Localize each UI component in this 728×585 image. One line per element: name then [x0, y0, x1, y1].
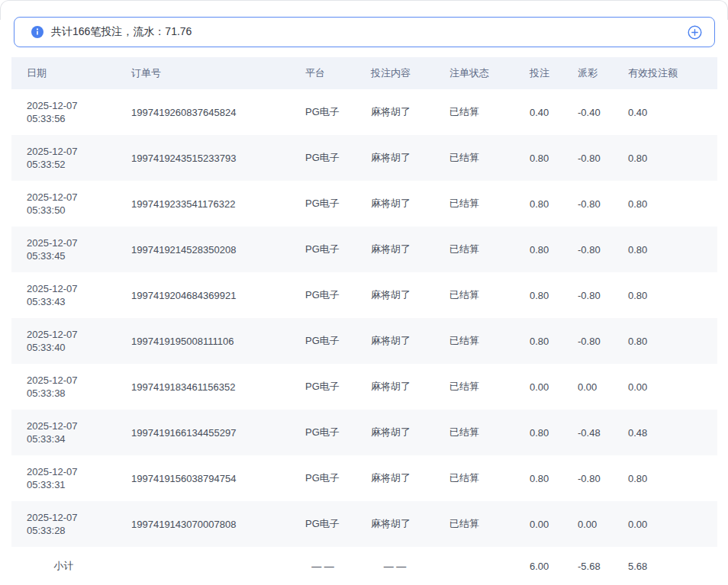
cell-bet: 0.00	[514, 364, 562, 410]
cell-valid: 0.80	[613, 181, 717, 227]
cell-status: 已结算	[434, 89, 514, 135]
time-value: 05:33:34	[27, 432, 113, 445]
cell-valid: 0.00	[613, 364, 717, 410]
cell-date: 2025-12-0705:33:28	[11, 501, 116, 547]
cell-payout: -0.48	[562, 410, 613, 455]
cell-date: 2025-12-0705:33:45	[11, 227, 116, 272]
column-header-bet: 投注	[514, 57, 562, 89]
cell-date: 2025-12-0705:33:38	[11, 364, 116, 410]
cell-status: 已结算	[434, 455, 514, 501]
cell-order: 1997419195008111106	[116, 318, 290, 364]
subtotal-cell-payout: -5.68	[562, 547, 613, 585]
cell-payout: 0.00	[562, 364, 613, 410]
subtotal-cell-valid: 5.68	[613, 547, 717, 585]
cell-content: 麻将胡了	[356, 410, 434, 455]
cell-status: 已结算	[434, 227, 514, 272]
summary-text: 共计166笔投注，流水：71.76	[51, 25, 192, 39]
cell-date: 2025-12-0705:33:34	[11, 410, 116, 455]
cell-bet: 0.80	[514, 227, 562, 272]
cell-bet: 0.80	[514, 455, 562, 501]
cell-order: 1997419214528350208	[116, 227, 290, 272]
cell-payout: -0.80	[562, 318, 613, 364]
plus-circle-icon[interactable]	[688, 25, 702, 40]
cell-platform: PG电子	[290, 181, 356, 227]
time-value: 05:33:38	[27, 387, 113, 400]
cell-platform: PG电子	[290, 364, 356, 410]
cell-bet: 0.80	[514, 181, 562, 227]
subtotal-cell-order	[116, 547, 290, 585]
summary-alert: 共计166笔投注，流水：71.76	[14, 17, 715, 47]
cell-order: 1997419143070007808	[116, 501, 290, 547]
cell-payout: 0.00	[562, 501, 613, 547]
cell-platform: PG电子	[290, 135, 356, 181]
column-header-content: 投注内容	[356, 57, 434, 89]
table-row: 2025-12-0705:33:431997419204684369921PG电…	[11, 272, 717, 318]
subtotal-cell-content: — —	[356, 547, 434, 585]
date-value: 2025-12-07	[27, 419, 113, 432]
table-row: 2025-12-0705:33:521997419243515233793PG电…	[11, 135, 717, 181]
cell-bet: 0.80	[514, 272, 562, 318]
cell-valid: 0.00	[613, 501, 717, 547]
time-value: 05:33:43	[27, 295, 113, 308]
cell-order: 1997419183461156352	[116, 364, 290, 410]
cell-date: 2025-12-0705:33:52	[11, 135, 116, 181]
cell-content: 麻将胡了	[356, 135, 434, 181]
date-value: 2025-12-07	[27, 374, 113, 387]
time-value: 05:33:40	[27, 341, 113, 354]
cell-order: 1997419166134455297	[116, 410, 290, 455]
cell-status: 已结算	[434, 410, 514, 455]
cell-bet: 0.00	[514, 501, 562, 547]
time-value: 05:33:45	[27, 249, 113, 262]
cell-date: 2025-12-0705:33:40	[11, 318, 116, 364]
cell-content: 麻将胡了	[356, 501, 434, 547]
cell-status: 已结算	[434, 135, 514, 181]
cell-content: 麻将胡了	[356, 455, 434, 501]
subtotal-cell-bet: 6.00	[514, 547, 562, 585]
cell-date: 2025-12-0705:33:31	[11, 455, 116, 501]
cell-platform: PG电子	[290, 227, 356, 272]
table-row: 2025-12-0705:33:311997419156038794754PG电…	[11, 455, 717, 501]
column-header-status: 注单状态	[434, 57, 514, 89]
table-row: 2025-12-0705:33:451997419214528350208PG电…	[11, 227, 717, 272]
info-circle-icon	[31, 26, 43, 38]
cell-date: 2025-12-0705:33:50	[11, 181, 116, 227]
cell-valid: 0.40	[613, 89, 717, 135]
cell-status: 已结算	[434, 501, 514, 547]
cell-platform: PG电子	[290, 455, 356, 501]
table-row: 2025-12-0705:33:401997419195008111106PG电…	[11, 318, 717, 364]
cell-date: 2025-12-0705:33:43	[11, 272, 116, 318]
cell-content: 麻将胡了	[356, 181, 434, 227]
cell-bet: 0.80	[514, 135, 562, 181]
table-row: 2025-12-0705:33:381997419183461156352PG电…	[11, 364, 717, 410]
time-value: 05:33:52	[27, 158, 113, 171]
date-value: 2025-12-07	[27, 282, 113, 295]
table-row: 2025-12-0705:33:341997419166134455297PG电…	[11, 410, 717, 455]
cell-content: 麻将胡了	[356, 89, 434, 135]
date-value: 2025-12-07	[27, 465, 113, 478]
cell-valid: 0.48	[613, 410, 717, 455]
cell-content: 麻将胡了	[356, 227, 434, 272]
date-value: 2025-12-07	[27, 511, 113, 524]
subtotal-cell-status	[434, 547, 514, 585]
date-value: 2025-12-07	[27, 328, 113, 341]
cell-payout: -0.80	[562, 135, 613, 181]
table-row: 2025-12-0705:33:561997419260837645824PG电…	[11, 89, 717, 135]
cell-content: 麻将胡了	[356, 364, 434, 410]
column-header-valid: 有效投注额	[613, 57, 717, 89]
column-header-date: 日期	[11, 57, 116, 89]
cell-platform: PG电子	[290, 501, 356, 547]
subtotal-cell-platform: — —	[290, 547, 356, 585]
cell-status: 已结算	[434, 318, 514, 364]
cell-status: 已结算	[434, 364, 514, 410]
cell-bet: 0.80	[514, 318, 562, 364]
cell-payout: -0.80	[562, 455, 613, 501]
column-header-payout: 派彩	[562, 57, 613, 89]
cell-platform: PG电子	[290, 272, 356, 318]
cell-content: 麻将胡了	[356, 318, 434, 364]
date-value: 2025-12-07	[27, 145, 113, 158]
cell-platform: PG电子	[290, 318, 356, 364]
cell-status: 已结算	[434, 181, 514, 227]
time-value: 05:33:56	[27, 112, 113, 125]
column-header-platform: 平台	[290, 57, 356, 89]
cell-platform: PG电子	[290, 410, 356, 455]
